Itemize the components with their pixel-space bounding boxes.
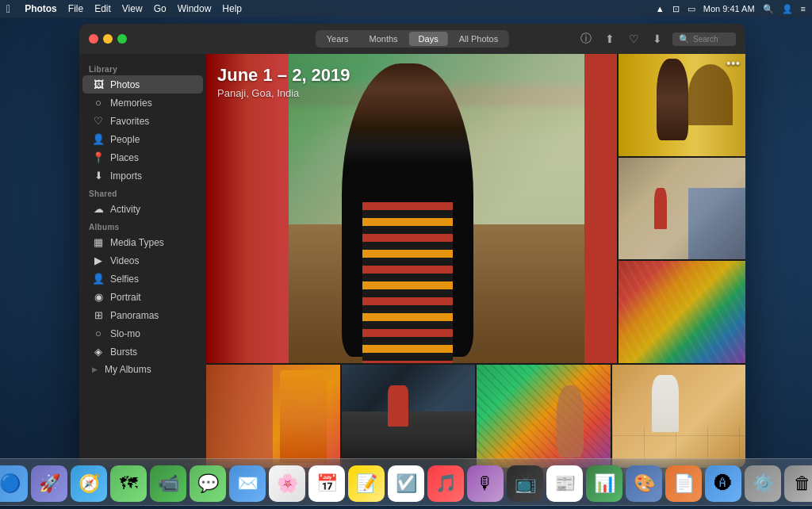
dock-news[interactable]: 📰 xyxy=(546,465,583,502)
search-bar[interactable]: 🔍 Search xyxy=(672,33,736,46)
dock-tv[interactable]: 📺 xyxy=(507,465,543,502)
menubar-right: ▲ ⊡ ▭ Mon 9:41 AM 🔍 👤 ≡ xyxy=(656,4,806,14)
dock-podcasts[interactable]: 🎙 xyxy=(467,465,504,502)
menu-file[interactable]: File xyxy=(68,3,83,14)
photo-grid: ••• xyxy=(206,54,745,468)
spotlight-icon[interactable]: 🔍 xyxy=(763,4,774,14)
dock-finder[interactable]: 🔵 xyxy=(0,465,28,502)
sidebar-item-videos[interactable]: ▶ Videos xyxy=(82,251,203,270)
sidebar-item-portrait[interactable]: ◉ Portrait xyxy=(82,288,203,306)
sidebar-item-photos[interactable]: 🖼 Photos xyxy=(82,75,203,94)
sidebar: Library 🖼 Photos ○ Memories ♡ Favorites … xyxy=(79,54,206,468)
clock: Mon 9:41 AM xyxy=(703,4,755,13)
user-icon[interactable]: 👤 xyxy=(782,4,793,14)
view-tabs: Years Months Days All Photos xyxy=(316,30,509,48)
dock-system-preferences[interactable]: ⚙️ xyxy=(745,465,781,502)
sidebar-item-people[interactable]: 👤 People xyxy=(82,130,203,148)
dock-calendar[interactable]: 📅 xyxy=(308,465,345,502)
sidebar-shared-label: Shared xyxy=(79,185,206,200)
activity-icon: ☁ xyxy=(92,203,105,215)
tab-days[interactable]: Days xyxy=(409,32,448,46)
sidebar-item-activity[interactable]: ☁ Activity xyxy=(82,200,203,218)
menu-edit[interactable]: Edit xyxy=(94,3,111,14)
sidebar-item-imports[interactable]: ⬇ Imports xyxy=(82,166,203,185)
sidebar-item-favorites[interactable]: ♡ Favorites xyxy=(82,112,203,130)
sidebar-videos-label: Videos xyxy=(110,255,139,266)
dock-messages[interactable]: 💬 xyxy=(190,465,226,502)
export-icon[interactable]: ⬇ xyxy=(649,30,666,48)
dock-trash[interactable]: 🗑 xyxy=(784,465,812,502)
dock-photos[interactable]: 🌸 xyxy=(269,465,305,502)
dock-pages[interactable]: 📄 xyxy=(665,465,702,502)
sidebar-item-bursts[interactable]: ◈ Bursts xyxy=(82,343,203,361)
airdrop-icon: ⊡ xyxy=(672,4,680,14)
sidebar-item-selfies[interactable]: 👤 Selfies xyxy=(82,270,203,288)
dock-safari[interactable]: 🧭 xyxy=(71,465,107,502)
dots-menu[interactable]: ••• xyxy=(726,57,741,70)
sidebar-portrait-label: Portrait xyxy=(110,292,141,303)
sidebar-photos-label: Photos xyxy=(110,79,140,90)
menu-app-name[interactable]: Photos xyxy=(25,3,57,14)
traffic-lights xyxy=(89,34,127,44)
tab-all-photos[interactable]: All Photos xyxy=(450,32,508,46)
panoramas-icon: ⊞ xyxy=(92,309,105,321)
sidebar-favorites-label: Favorites xyxy=(110,116,149,127)
photo-colorful-saree[interactable] xyxy=(619,261,745,363)
sidebar-item-slo-mo[interactable]: ○ Slo-mo xyxy=(82,324,203,343)
menu-go[interactable]: Go xyxy=(154,3,167,14)
sidebar-my-albums-label: My Albums xyxy=(105,364,151,375)
dock-numbers[interactable]: 📊 xyxy=(586,465,622,502)
dock-reminders[interactable]: ☑️ xyxy=(388,465,424,502)
sidebar-albums-label: Albums xyxy=(79,218,206,233)
sidebar-item-places[interactable]: 📍 Places xyxy=(82,148,203,166)
sidebar-item-panoramas[interactable]: ⊞ Panoramas xyxy=(82,306,203,324)
menu-view[interactable]: View xyxy=(122,3,143,14)
menu-window[interactable]: Window xyxy=(178,3,212,14)
photo-man-yellow[interactable]: ••• xyxy=(619,54,745,156)
sidebar-item-memories[interactable]: ○ Memories xyxy=(82,94,203,112)
menubar-left:  Photos File Edit View Go Window Help xyxy=(6,2,242,15)
control-center-icon[interactable]: ≡ xyxy=(801,4,806,13)
toolbar-actions: ⓘ ⬆ ♡ ⬇ 🔍 Search xyxy=(577,30,736,48)
photo-woman-red-saree[interactable] xyxy=(619,158,745,260)
slo-mo-icon: ○ xyxy=(92,327,105,339)
sidebar-memories-label: Memories xyxy=(110,98,152,109)
dock-appstore[interactable]: 🅐 xyxy=(705,465,741,502)
dock-music[interactable]: 🎵 xyxy=(427,465,464,502)
minimize-button[interactable] xyxy=(103,34,113,44)
photo-girl-rocks[interactable] xyxy=(342,365,476,468)
dock-facetime[interactable]: 📹 xyxy=(150,465,186,502)
share-icon[interactable]: ⬆ xyxy=(601,30,619,48)
photo-orange-saree-woman[interactable] xyxy=(206,365,340,468)
dock-keynote[interactable]: 🎨 xyxy=(626,465,662,502)
people-icon: 👤 xyxy=(92,133,105,145)
memories-icon: ○ xyxy=(92,97,105,109)
photo-area: June 1 – 2, 2019 Panaji, Goa, India xyxy=(206,54,745,468)
sidebar-places-label: Places xyxy=(110,152,139,163)
menubar:  Photos File Edit View Go Window Help ▲… xyxy=(0,0,812,17)
info-icon[interactable]: ⓘ xyxy=(577,30,595,48)
photo-main[interactable] xyxy=(206,54,617,363)
portrait-icon: ◉ xyxy=(92,291,105,303)
apple-menu[interactable]:  xyxy=(6,2,10,15)
dock-mail[interactable]: ✉️ xyxy=(229,465,266,502)
menu-help[interactable]: Help xyxy=(222,3,242,14)
heart-icon[interactable]: ♡ xyxy=(625,30,642,48)
close-button[interactable] xyxy=(89,34,98,44)
bursts-icon: ◈ xyxy=(92,346,105,358)
sidebar-item-my-albums[interactable]: ▶ My Albums xyxy=(82,361,203,378)
videos-icon: ▶ xyxy=(92,254,105,266)
dock-notes[interactable]: 📝 xyxy=(348,465,385,502)
app-window: Years Months Days All Photos ⓘ ⬆ ♡ ⬇ 🔍 S… xyxy=(79,24,745,468)
tab-years[interactable]: Years xyxy=(317,32,358,46)
maximize-button[interactable] xyxy=(117,34,127,44)
sidebar-item-media-types[interactable]: ▦ Media Types xyxy=(82,233,203,251)
dock-maps[interactable]: 🗺 xyxy=(110,465,147,502)
sidebar-library-label: Library xyxy=(79,60,206,75)
sidebar-imports-label: Imports xyxy=(110,170,142,182)
photo-fabric-closeup[interactable] xyxy=(477,365,611,468)
dock-launchpad[interactable]: 🚀 xyxy=(31,465,67,502)
media-types-icon: ▦ xyxy=(92,236,105,248)
photo-dancer-courtyard[interactable] xyxy=(612,365,746,468)
tab-months[interactable]: Months xyxy=(360,32,408,46)
